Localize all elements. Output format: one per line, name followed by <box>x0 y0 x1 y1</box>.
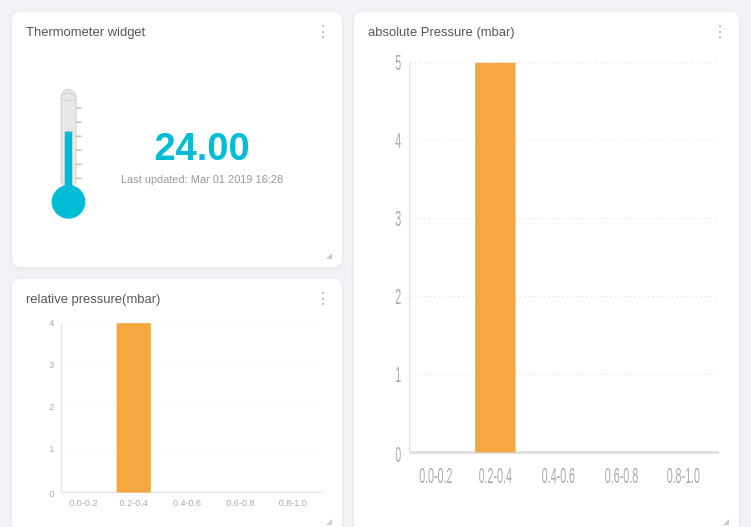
svg-text:0: 0 <box>49 489 54 499</box>
thermometer-info: 24.00 Last updated: Mar 01 2019 16:28 <box>121 126 283 185</box>
svg-text:0.0-0.2: 0.0-0.2 <box>419 464 452 488</box>
svg-text:0: 0 <box>395 443 401 467</box>
svg-text:0.2-0.4: 0.2-0.4 <box>479 464 512 488</box>
svg-text:1: 1 <box>49 444 54 454</box>
relative-pressure-menu[interactable]: ⋮ <box>315 289 332 308</box>
svg-text:4: 4 <box>49 318 54 328</box>
svg-text:3: 3 <box>49 360 54 370</box>
svg-text:2: 2 <box>49 402 54 412</box>
svg-text:0.4-0.6: 0.4-0.6 <box>542 464 575 488</box>
svg-text:5: 5 <box>395 51 401 75</box>
thermometer-menu[interactable]: ⋮ <box>315 22 332 41</box>
svg-point-9 <box>61 93 76 101</box>
svg-text:3: 3 <box>395 207 401 231</box>
relative-pressure-chart: 4 3 2 1 0 0.0-0.2 0.2-0.4 0.4-0.6 0.6-0.… <box>26 318 328 523</box>
dashboard: Thermometer widget ⋮ <box>0 0 751 527</box>
thermometer-content: 24.00 Last updated: Mar 01 2019 16:28 <box>26 43 328 257</box>
svg-text:0.2-0.4: 0.2-0.4 <box>120 498 148 508</box>
svg-text:0.6-0.8: 0.6-0.8 <box>226 498 254 508</box>
svg-text:0.0-0.2: 0.0-0.2 <box>69 498 97 508</box>
temperature-updated: Last updated: Mar 01 2019 16:28 <box>121 173 283 185</box>
rel-bar-2 <box>117 323 151 492</box>
absolute-pressure-widget: absolute Pressure (mbar) ⋮ 5 4 3 2 1 0 <box>354 12 739 527</box>
corner-indicator <box>326 253 332 259</box>
corner-indicator-rel <box>326 519 332 525</box>
svg-point-2 <box>52 185 86 219</box>
thermometer-widget: Thermometer widget ⋮ <box>12 12 342 267</box>
relative-pressure-svg: 4 3 2 1 0 0.0-0.2 0.2-0.4 0.4-0.6 0.6-0.… <box>26 318 328 523</box>
svg-text:0.8-1.0: 0.8-1.0 <box>667 464 700 488</box>
relative-pressure-widget: relative pressure(mbar) ⋮ 4 3 2 1 0 0.0-… <box>12 279 342 527</box>
absolute-pressure-svg: 5 4 3 2 1 0 0.0-0.2 0.2-0.4 0.4-0.6 <box>368 51 725 523</box>
abs-bar-2 <box>475 63 515 453</box>
svg-text:2: 2 <box>395 285 401 309</box>
absolute-pressure-title: absolute Pressure (mbar) <box>368 24 725 39</box>
svg-rect-1 <box>65 132 73 190</box>
temperature-value: 24.00 <box>154 126 249 169</box>
thermometer-title: Thermometer widget <box>26 24 328 39</box>
svg-text:0.8-1.0: 0.8-1.0 <box>279 498 307 508</box>
thermometer-icon <box>36 80 101 230</box>
svg-text:0.6-0.8: 0.6-0.8 <box>605 464 638 488</box>
svg-text:4: 4 <box>395 129 401 153</box>
absolute-pressure-chart: 5 4 3 2 1 0 0.0-0.2 0.2-0.4 0.4-0.6 <box>368 51 725 523</box>
relative-pressure-title: relative pressure(mbar) <box>26 291 328 306</box>
corner-indicator-abs <box>723 519 729 525</box>
absolute-pressure-menu[interactable]: ⋮ <box>712 22 729 41</box>
svg-text:0.4-0.6: 0.4-0.6 <box>173 498 201 508</box>
svg-text:1: 1 <box>395 363 401 387</box>
